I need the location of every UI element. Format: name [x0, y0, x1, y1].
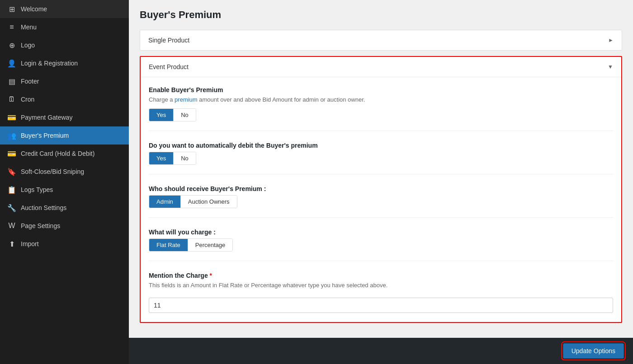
credit-card-icon: 💳: [7, 149, 16, 158]
auto-debit-section: Do you want to automatically debit the B…: [149, 142, 613, 174]
page-title: Buyer's Premium: [140, 9, 622, 21]
sidebar-item-label-import: Import: [21, 240, 39, 247]
who-receives-section: Who should receive Buyer's Premium : Adm…: [149, 185, 613, 218]
sidebar-item-import[interactable]: ⬆Import: [0, 235, 129, 253]
sidebar-item-menu[interactable]: ≡Menu: [0, 18, 129, 36]
footer-icon: ▤: [7, 77, 16, 86]
menu-icon: ≡: [7, 23, 16, 32]
single-product-label: Single Product: [148, 37, 189, 44]
buyers-premium-icon: 👥: [7, 131, 16, 140]
enable-premium-toggle: Yes No: [149, 108, 196, 121]
enable-buyers-premium-label: Enable Buyer's Premium: [149, 86, 613, 93]
import-icon: ⬆: [7, 239, 16, 248]
sidebar-item-label-logo: Logo: [21, 42, 35, 49]
sidebar: ⊞Welcome≡Menu⊕Logo👤Login & Registration▤…: [0, 0, 129, 364]
sidebar-item-login-registration[interactable]: 👤Login & Registration: [0, 54, 129, 72]
event-product-body: Enable Buyer's Premium Charge a premium …: [141, 77, 621, 322]
enable-premium-no[interactable]: No: [174, 109, 196, 121]
enable-buyers-premium-desc: Charge a premium amount over and above B…: [149, 96, 613, 103]
enable-premium-yes[interactable]: Yes: [149, 109, 174, 121]
cron-icon: 🗓: [7, 95, 16, 104]
sidebar-item-buyers-premium[interactable]: 👥Buyer's Premium: [0, 126, 129, 145]
sidebar-item-cron[interactable]: 🗓Cron: [0, 90, 129, 108]
login-registration-icon: 👤: [7, 59, 16, 68]
who-receives-admin[interactable]: Admin: [149, 196, 181, 208]
sidebar-item-auction-settings[interactable]: 🔧Auction Settings: [0, 199, 129, 217]
charge-type-section: What will you charge : Flat Rate Percent…: [149, 229, 613, 261]
auto-debit-yes[interactable]: Yes: [149, 152, 174, 164]
mention-charge-input[interactable]: [149, 298, 613, 313]
sidebar-item-page-settings[interactable]: WPage Settings: [0, 217, 129, 235]
charge-type-flat-rate[interactable]: Flat Rate: [149, 239, 188, 251]
charge-type-label: What will you charge :: [149, 229, 613, 236]
auto-debit-no[interactable]: No: [174, 152, 196, 164]
sidebar-item-label-welcome: Welcome: [21, 5, 47, 13]
sidebar-item-payment-gateway[interactable]: 💳Payment Gateway: [0, 108, 129, 126]
mention-charge-section: Mention the Charge * This fields is an A…: [149, 272, 613, 313]
desc-highlight: premium: [175, 96, 198, 103]
who-receives-toggle: Admin Auction Owners: [149, 195, 237, 208]
update-options-button[interactable]: Update Options: [563, 343, 624, 359]
content-area: Buyer's Premium Single Product ► Event P…: [129, 0, 633, 338]
sidebar-item-soft-close[interactable]: 🔖Soft-Close/Bid Sniping: [0, 163, 129, 181]
event-product-header[interactable]: Event Product ▼: [141, 57, 621, 77]
soft-close-icon: 🔖: [7, 167, 16, 176]
page-settings-icon: W: [7, 221, 16, 230]
sidebar-item-credit-card[interactable]: 💳Credit Card (Hold & Debit): [0, 145, 129, 163]
sidebar-item-label-soft-close: Soft-Close/Bid Sniping: [21, 168, 84, 175]
auto-debit-label: Do you want to automatically debit the B…: [149, 142, 613, 149]
who-receives-label: Who should receive Buyer's Premium :: [149, 185, 613, 192]
charge-type-percentage[interactable]: Percentage: [188, 239, 233, 251]
sidebar-item-label-payment-gateway: Payment Gateway: [21, 114, 72, 121]
mention-charge-desc: This fields is an Amount in Flat Rate or…: [149, 282, 613, 289]
sidebar-item-label-buyers-premium: Buyer's Premium: [21, 132, 69, 139]
auction-settings-icon: 🔧: [7, 203, 16, 212]
footer-bar: Update Options: [129, 338, 633, 364]
payment-gateway-icon: 💳: [7, 113, 16, 122]
event-product-label: Event Product: [149, 63, 189, 70]
single-product-panel: Single Product ►: [140, 30, 622, 51]
welcome-icon: ⊞: [7, 5, 16, 14]
who-receives-auction-owners[interactable]: Auction Owners: [181, 196, 237, 208]
desc-suffix: amount over and above Bid Amount for adm…: [198, 96, 365, 103]
sidebar-item-label-credit-card: Credit Card (Hold & Debit): [21, 150, 94, 157]
mention-charge-required: *: [210, 272, 212, 279]
sidebar-item-label-footer: Footer: [21, 78, 39, 85]
sidebar-item-label-cron: Cron: [21, 96, 34, 103]
charge-type-toggle: Flat Rate Percentage: [149, 238, 233, 252]
event-product-chevron: ▼: [608, 64, 613, 70]
auto-debit-toggle: Yes No: [149, 152, 196, 165]
sidebar-item-label-auction-settings: Auction Settings: [21, 204, 66, 211]
sidebar-item-logo[interactable]: ⊕Logo: [0, 36, 129, 54]
desc-prefix: Charge a: [149, 96, 175, 103]
sidebar-item-welcome[interactable]: ⊞Welcome: [0, 0, 129, 18]
sidebar-item-label-logs-types: Logs Types: [21, 186, 53, 193]
single-product-header[interactable]: Single Product ►: [140, 30, 622, 50]
single-product-chevron: ►: [608, 37, 614, 43]
sidebar-item-logs-types[interactable]: 📋Logs Types: [0, 181, 129, 199]
logs-types-icon: 📋: [7, 185, 16, 194]
mention-charge-label: Mention the Charge *: [149, 272, 613, 279]
sidebar-item-footer[interactable]: ▤Footer: [0, 72, 129, 90]
sidebar-item-label-login-registration: Login & Registration: [21, 60, 78, 67]
event-product-panel: Event Product ▼ Enable Buyer's Premium C…: [140, 56, 622, 323]
sidebar-item-label-page-settings: Page Settings: [21, 222, 60, 229]
logo-icon: ⊕: [7, 41, 16, 50]
enable-buyers-premium-section: Enable Buyer's Premium Charge a premium …: [149, 86, 613, 131]
sidebar-item-label-menu: Menu: [21, 23, 37, 31]
